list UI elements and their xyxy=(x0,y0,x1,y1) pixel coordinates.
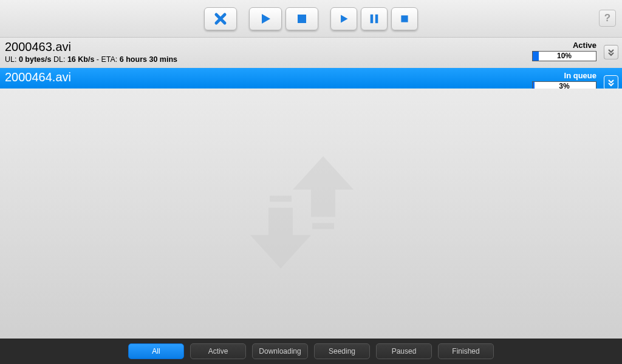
transfer-arrows-icon xyxy=(244,144,378,278)
filter-active[interactable]: Active xyxy=(190,343,246,359)
remove-button[interactable] xyxy=(204,7,237,30)
stop-all-button[interactable] xyxy=(391,7,418,30)
filter-seeding[interactable]: Seeding xyxy=(314,343,370,359)
list-item[interactable]: 2000463.avi UL: 0 bytes/s DL: 16 Kb/s - … xyxy=(0,38,622,68)
help-button[interactable]: ? xyxy=(599,10,616,27)
svg-rect-0 xyxy=(298,15,306,23)
svg-rect-2 xyxy=(375,14,378,22)
chevron-double-down-icon xyxy=(607,48,615,56)
filter-finished[interactable]: Finished xyxy=(438,343,494,359)
stats-line: UL: 0 bytes/s DL: 16 Kb/s - ETA: 6 hours… xyxy=(5,55,617,64)
svg-rect-5 xyxy=(270,196,292,202)
list-item[interactable]: 2000464.avi In queue 3% xyxy=(0,68,622,89)
filter-bar: All Active Downloading Seeding Paused Fi… xyxy=(0,339,622,364)
torrent-list: 2000463.avi UL: 0 bytes/s DL: 16 Kb/s - … xyxy=(0,38,622,89)
empty-area xyxy=(0,89,622,339)
stop-button[interactable] xyxy=(285,7,318,30)
status-badge: In queue xyxy=(532,71,596,80)
svg-rect-4 xyxy=(312,223,334,229)
help-icon: ? xyxy=(604,12,610,24)
expand-button[interactable] xyxy=(604,75,618,90)
svg-rect-3 xyxy=(401,15,408,22)
filename-label: 2000463.avi xyxy=(5,40,617,54)
progress-bar: 3% xyxy=(532,81,596,92)
pause-all-button[interactable] xyxy=(361,7,388,30)
filter-downloading[interactable]: Downloading xyxy=(252,343,308,359)
chevron-double-down-icon xyxy=(607,78,615,87)
filter-paused[interactable]: Paused xyxy=(376,343,432,359)
expand-button[interactable] xyxy=(604,45,618,59)
start-button[interactable] xyxy=(249,7,282,30)
toolbar: ? xyxy=(0,0,622,38)
svg-rect-1 xyxy=(371,14,374,22)
status-badge: Active xyxy=(532,41,596,50)
progress-bar: 10% xyxy=(532,51,596,61)
filter-all[interactable]: All xyxy=(128,343,184,359)
start-all-button[interactable] xyxy=(330,7,357,30)
filename-label: 2000464.avi xyxy=(5,70,617,84)
